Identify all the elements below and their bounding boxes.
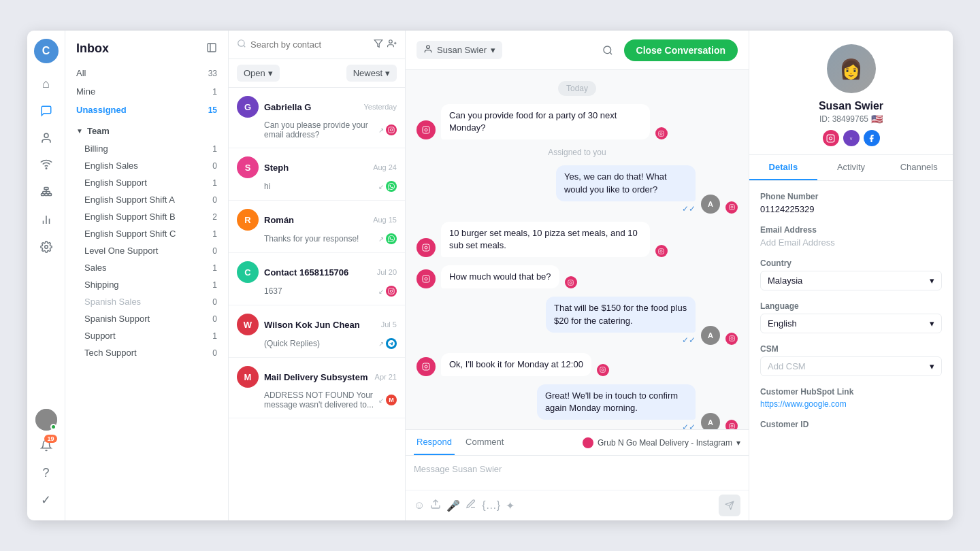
team-item-sales[interactable]: Sales 1 bbox=[65, 259, 228, 276]
team-item-billing[interactable]: Billing 1 bbox=[65, 140, 228, 157]
team-header[interactable]: ▼ Team bbox=[65, 122, 228, 140]
send-button[interactable] bbox=[719, 495, 740, 516]
channel-icon bbox=[386, 286, 397, 297]
svg-point-1 bbox=[46, 168, 47, 169]
list-item[interactable]: W Wilson Kok Jun Chean Jul 5 (Quick Repl… bbox=[229, 305, 405, 358]
team-item-level-one-support[interactable]: Level One Support 0 bbox=[65, 242, 228, 259]
team-item-english-support-shift-b[interactable]: English Support Shift B 2 bbox=[65, 208, 228, 225]
sort-button[interactable]: Newest ▾ bbox=[346, 65, 397, 82]
team-item-english-sales[interactable]: English Sales 0 bbox=[65, 157, 228, 174]
list-item[interactable]: C Contact 1658115706 Jul 20 1637 ↙ bbox=[229, 253, 405, 305]
signature-icon[interactable] bbox=[466, 499, 476, 512]
svg-point-0 bbox=[44, 133, 48, 137]
tab-respond[interactable]: Respond bbox=[414, 430, 455, 455]
help-icon[interactable]: ? bbox=[34, 461, 59, 485]
search-input[interactable] bbox=[250, 39, 370, 50]
reply-channel-selector[interactable]: Grub N Go Meal Delivery - Instagram ▾ bbox=[583, 437, 740, 448]
tab-activity[interactable]: Activity bbox=[817, 155, 885, 180]
team-item-english-support-shift-a[interactable]: English Support Shift A 0 bbox=[65, 191, 228, 208]
csm-select[interactable]: Add CSM ▾ bbox=[760, 356, 942, 376]
filter-icon[interactable] bbox=[374, 39, 383, 50]
tab-details[interactable]: Details bbox=[749, 155, 817, 180]
panel-tabs: Details Activity Channels bbox=[749, 155, 953, 181]
message-channel-badge bbox=[565, 276, 577, 288]
contacts-icon[interactable] bbox=[34, 126, 59, 150]
viber-channel-icon[interactable]: V bbox=[843, 130, 860, 146]
sidebar-toggle-icon[interactable] bbox=[206, 42, 217, 56]
channel-icon bbox=[386, 181, 397, 192]
panel-content: Phone Number 01124225329 Email Address A… bbox=[749, 181, 953, 520]
message-row: 10 burger set meals, 10 pizza set meals,… bbox=[416, 222, 738, 257]
phone-value[interactable]: 01124225329 bbox=[760, 204, 942, 214]
avatar: G bbox=[237, 96, 259, 118]
team-item-english-support[interactable]: English Support 1 bbox=[65, 174, 228, 191]
template-icon[interactable]: {…} bbox=[482, 499, 500, 512]
country-select[interactable]: Malaysia ▾ bbox=[760, 271, 942, 290]
chat-header: Susan Swier ▾ Close Conversation bbox=[406, 31, 749, 70]
double-check-icon[interactable]: ✓ bbox=[34, 488, 59, 512]
message-bubble: Great! We'll be in touch to confirm agai… bbox=[537, 384, 696, 420]
ai-icon[interactable]: ✦ bbox=[506, 499, 514, 512]
add-contact-icon[interactable] bbox=[387, 39, 397, 50]
sidebar-item-unassigned[interactable]: Unassigned 15 bbox=[65, 101, 228, 119]
svg-point-51 bbox=[602, 369, 604, 371]
avatar bbox=[416, 238, 436, 257]
language-select[interactable]: English ▾ bbox=[760, 314, 942, 333]
avatar: M bbox=[237, 366, 259, 388]
list-item[interactable]: S Steph Aug 24 hi ↙ bbox=[229, 148, 405, 201]
chevron-down-icon: ▾ bbox=[930, 318, 934, 329]
open-filter-button[interactable]: Open ▾ bbox=[237, 65, 280, 82]
upload-icon[interactable] bbox=[430, 499, 441, 512]
svg-rect-26 bbox=[389, 288, 394, 294]
instagram-channel-icon[interactable] bbox=[823, 130, 839, 146]
tab-channels[interactable]: Channels bbox=[885, 155, 953, 180]
close-conversation-button[interactable]: Close Conversation bbox=[624, 39, 738, 61]
tab-comment[interactable]: Comment bbox=[463, 430, 506, 455]
list-item[interactable]: R Román Aug 15 Thanks for your response!… bbox=[229, 201, 405, 253]
user-status-avatar[interactable] bbox=[35, 409, 57, 431]
message-channel-badge bbox=[655, 127, 668, 139]
svg-point-20 bbox=[389, 40, 393, 44]
svg-point-37 bbox=[731, 206, 733, 208]
email-value[interactable]: Add Email Address bbox=[760, 237, 942, 248]
notifications-icon[interactable]: 19 bbox=[34, 433, 59, 458]
hierarchy-icon[interactable] bbox=[34, 180, 59, 205]
flag-icon: 🇺🇸 bbox=[871, 114, 883, 124]
team-item-spanish-support[interactable]: Spanish Support 0 bbox=[65, 310, 228, 327]
svg-point-29 bbox=[427, 46, 430, 49]
team-item-tech-support[interactable]: Tech Support 0 bbox=[65, 344, 228, 361]
team-item-shipping[interactable]: Shipping 1 bbox=[65, 276, 228, 293]
team-item-english-support-shift-c[interactable]: English Support Shift C 1 bbox=[65, 225, 228, 242]
message-row: Ok, I'll book it for Monday at 12:00 bbox=[416, 353, 738, 376]
contact-header: 👩 Susan Swier ID: 38499765 🇺🇸 V bbox=[749, 31, 953, 155]
chat-icon[interactable] bbox=[34, 99, 59, 123]
reply-input[interactable]: Message Susan Swier bbox=[406, 456, 749, 490]
conversation-items: G Gabriella G Yesterday Can you please p… bbox=[229, 88, 405, 520]
settings-icon[interactable] bbox=[34, 235, 59, 259]
search-conversation-icon[interactable] bbox=[597, 39, 619, 61]
message-bubble: 10 burger set meals, 10 pizza set meals,… bbox=[441, 222, 650, 257]
signal-icon[interactable] bbox=[34, 153, 59, 178]
svg-rect-32 bbox=[423, 127, 429, 133]
sidebar-item-mine[interactable]: Mine 1 bbox=[65, 82, 228, 101]
team-item-support[interactable]: Support 1 bbox=[65, 327, 228, 344]
home-icon[interactable]: ⌂ bbox=[34, 71, 59, 96]
sidebar-item-all[interactable]: All 33 bbox=[65, 64, 228, 82]
list-item[interactable]: G Gabriella G Yesterday Can you please p… bbox=[229, 88, 405, 148]
contact-channels: V bbox=[823, 130, 880, 146]
emoji-icon[interactable]: ☺ bbox=[414, 499, 425, 512]
notification-badge: 19 bbox=[44, 435, 56, 443]
message-row: A That will be $150 for the food plus $2… bbox=[416, 297, 738, 344]
user-avatar[interactable]: C bbox=[34, 39, 59, 63]
list-item[interactable]: M Mail Delivery Subsystem Apr 21 ADDRESS… bbox=[229, 358, 405, 418]
hubspot-value[interactable]: https://www.google.com bbox=[760, 399, 942, 409]
svg-rect-48 bbox=[423, 363, 429, 370]
facebook-channel-icon[interactable] bbox=[864, 130, 880, 146]
team-item-spanish-sales[interactable]: Spanish Sales 0 bbox=[65, 293, 228, 310]
team-section: ▼ Team Billing 1 English Sales 0 English… bbox=[65, 122, 228, 520]
svg-rect-2 bbox=[44, 188, 48, 190]
contact-selector[interactable]: Susan Swier ▾ bbox=[416, 41, 502, 59]
audio-icon[interactable]: 🎤 bbox=[446, 499, 460, 512]
svg-rect-50 bbox=[600, 367, 606, 373]
chart-icon[interactable] bbox=[34, 207, 59, 232]
